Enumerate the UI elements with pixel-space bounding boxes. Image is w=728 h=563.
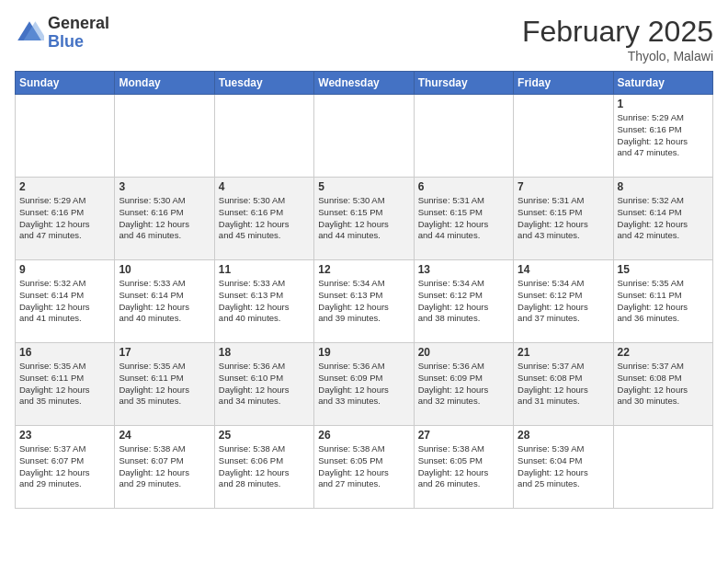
day-cell: 8Sunrise: 5:32 AM Sunset: 6:14 PM Daylig… <box>613 178 712 260</box>
day-cell: 16Sunrise: 5:35 AM Sunset: 6:11 PM Dayli… <box>16 343 115 426</box>
day-info: Sunrise: 5:30 AM Sunset: 6:16 PM Dayligh… <box>119 195 210 242</box>
day-cell: 5Sunrise: 5:30 AM Sunset: 6:15 PM Daylig… <box>314 178 414 260</box>
day-number: 3 <box>119 180 210 193</box>
weekday-tuesday: Tuesday <box>214 72 313 95</box>
day-info: Sunrise: 5:31 AM Sunset: 6:15 PM Dayligh… <box>518 195 609 242</box>
day-info: Sunrise: 5:33 AM Sunset: 6:13 PM Dayligh… <box>219 278 310 325</box>
weekday-wednesday: Wednesday <box>314 72 414 95</box>
day-cell: 18Sunrise: 5:36 AM Sunset: 6:10 PM Dayli… <box>214 343 313 426</box>
day-cell: 7Sunrise: 5:31 AM Sunset: 6:15 PM Daylig… <box>514 178 613 260</box>
location: Thyolo, Malawi <box>522 49 713 63</box>
day-info: Sunrise: 5:32 AM Sunset: 6:14 PM Dayligh… <box>19 278 110 325</box>
day-info: Sunrise: 5:37 AM Sunset: 6:08 PM Dayligh… <box>618 361 709 408</box>
day-number: 6 <box>418 180 509 193</box>
week-row-1: 2Sunrise: 5:29 AM Sunset: 6:16 PM Daylig… <box>16 178 713 260</box>
day-info: Sunrise: 5:36 AM Sunset: 6:09 PM Dayligh… <box>318 361 409 408</box>
day-number: 8 <box>618 180 709 193</box>
day-info: Sunrise: 5:37 AM Sunset: 6:08 PM Dayligh… <box>518 361 609 408</box>
day-info: Sunrise: 5:34 AM Sunset: 6:12 PM Dayligh… <box>418 278 509 325</box>
day-info: Sunrise: 5:38 AM Sunset: 6:07 PM Dayligh… <box>119 443 210 490</box>
day-cell: 10Sunrise: 5:33 AM Sunset: 6:14 PM Dayli… <box>115 260 214 343</box>
day-number: 28 <box>518 429 609 442</box>
weekday-header-row: SundayMondayTuesdayWednesdayThursdayFrid… <box>16 72 713 95</box>
day-info: Sunrise: 5:32 AM Sunset: 6:14 PM Dayligh… <box>618 195 709 242</box>
week-row-0: 1Sunrise: 5:29 AM Sunset: 6:16 PM Daylig… <box>16 95 713 178</box>
day-cell: 19Sunrise: 5:36 AM Sunset: 6:09 PM Dayli… <box>314 343 414 426</box>
day-cell: 2Sunrise: 5:29 AM Sunset: 6:16 PM Daylig… <box>16 178 115 260</box>
day-cell: 3Sunrise: 5:30 AM Sunset: 6:16 PM Daylig… <box>115 178 214 260</box>
day-info: Sunrise: 5:34 AM Sunset: 6:12 PM Dayligh… <box>518 278 609 325</box>
day-number: 17 <box>119 346 210 359</box>
day-info: Sunrise: 5:38 AM Sunset: 6:06 PM Dayligh… <box>219 443 310 490</box>
day-cell: 26Sunrise: 5:38 AM Sunset: 6:05 PM Dayli… <box>314 426 414 509</box>
day-cell: 1Sunrise: 5:29 AM Sunset: 6:16 PM Daylig… <box>613 95 712 178</box>
day-info: Sunrise: 5:36 AM Sunset: 6:10 PM Dayligh… <box>219 361 310 408</box>
day-cell: 13Sunrise: 5:34 AM Sunset: 6:12 PM Dayli… <box>414 260 513 343</box>
day-info: Sunrise: 5:29 AM Sunset: 6:16 PM Dayligh… <box>618 112 709 159</box>
weekday-sunday: Sunday <box>16 72 115 95</box>
day-number: 14 <box>518 263 609 276</box>
day-number: 11 <box>219 263 310 276</box>
day-info: Sunrise: 5:37 AM Sunset: 6:07 PM Dayligh… <box>19 443 110 490</box>
day-info: Sunrise: 5:36 AM Sunset: 6:09 PM Dayligh… <box>418 361 509 408</box>
day-number: 19 <box>318 346 409 359</box>
weekday-friday: Friday <box>514 72 613 95</box>
day-cell: 17Sunrise: 5:35 AM Sunset: 6:11 PM Dayli… <box>115 343 214 426</box>
day-cell: 23Sunrise: 5:37 AM Sunset: 6:07 PM Dayli… <box>16 426 115 509</box>
day-cell: 25Sunrise: 5:38 AM Sunset: 6:06 PM Dayli… <box>214 426 313 509</box>
day-cell <box>514 95 613 178</box>
day-number: 26 <box>318 429 409 442</box>
day-cell <box>16 95 115 178</box>
week-row-3: 16Sunrise: 5:35 AM Sunset: 6:11 PM Dayli… <box>16 343 713 426</box>
day-info: Sunrise: 5:39 AM Sunset: 6:04 PM Dayligh… <box>518 443 609 490</box>
day-number: 13 <box>418 263 509 276</box>
day-number: 12 <box>318 263 409 276</box>
day-number: 18 <box>219 346 310 359</box>
month-title: February 2025 <box>522 15 713 49</box>
day-cell: 24Sunrise: 5:38 AM Sunset: 6:07 PM Dayli… <box>115 426 214 509</box>
day-cell: 9Sunrise: 5:32 AM Sunset: 6:14 PM Daylig… <box>16 260 115 343</box>
day-cell: 15Sunrise: 5:35 AM Sunset: 6:11 PM Dayli… <box>613 260 712 343</box>
title-block: February 2025 Thyolo, Malawi <box>522 15 713 63</box>
day-info: Sunrise: 5:34 AM Sunset: 6:13 PM Dayligh… <box>318 278 409 325</box>
day-info: Sunrise: 5:30 AM Sunset: 6:15 PM Dayligh… <box>318 195 409 242</box>
day-cell: 22Sunrise: 5:37 AM Sunset: 6:08 PM Dayli… <box>613 343 712 426</box>
calendar-body: 1Sunrise: 5:29 AM Sunset: 6:16 PM Daylig… <box>16 95 713 509</box>
weekday-thursday: Thursday <box>414 72 513 95</box>
day-cell: 28Sunrise: 5:39 AM Sunset: 6:04 PM Dayli… <box>514 426 613 509</box>
day-number: 22 <box>618 346 709 359</box>
day-info: Sunrise: 5:35 AM Sunset: 6:11 PM Dayligh… <box>119 361 210 408</box>
day-info: Sunrise: 5:35 AM Sunset: 6:11 PM Dayligh… <box>618 278 709 325</box>
day-cell <box>314 95 414 178</box>
day-info: Sunrise: 5:38 AM Sunset: 6:05 PM Dayligh… <box>418 443 509 490</box>
day-info: Sunrise: 5:38 AM Sunset: 6:05 PM Dayligh… <box>318 443 409 490</box>
weekday-monday: Monday <box>115 72 214 95</box>
calendar: SundayMondayTuesdayWednesdayThursdayFrid… <box>15 71 713 509</box>
day-number: 2 <box>19 180 110 193</box>
day-cell <box>414 95 513 178</box>
day-number: 25 <box>219 429 310 442</box>
day-info: Sunrise: 5:33 AM Sunset: 6:14 PM Dayligh… <box>119 278 210 325</box>
day-number: 21 <box>518 346 609 359</box>
calendar-header: SundayMondayTuesdayWednesdayThursdayFrid… <box>16 72 713 95</box>
logo-blue: Blue <box>48 33 109 52</box>
day-info: Sunrise: 5:31 AM Sunset: 6:15 PM Dayligh… <box>418 195 509 242</box>
day-number: 5 <box>318 180 409 193</box>
day-number: 7 <box>518 180 609 193</box>
day-cell: 20Sunrise: 5:36 AM Sunset: 6:09 PM Dayli… <box>414 343 513 426</box>
day-cell: 12Sunrise: 5:34 AM Sunset: 6:13 PM Dayli… <box>314 260 414 343</box>
day-number: 15 <box>618 263 709 276</box>
day-number: 1 <box>618 98 709 110</box>
day-info: Sunrise: 5:29 AM Sunset: 6:16 PM Dayligh… <box>19 195 110 242</box>
day-number: 20 <box>418 346 509 359</box>
day-number: 16 <box>19 346 110 359</box>
day-info: Sunrise: 5:30 AM Sunset: 6:16 PM Dayligh… <box>219 195 310 242</box>
day-cell: 27Sunrise: 5:38 AM Sunset: 6:05 PM Dayli… <box>414 426 513 509</box>
week-row-2: 9Sunrise: 5:32 AM Sunset: 6:14 PM Daylig… <box>16 260 713 343</box>
day-info: Sunrise: 5:35 AM Sunset: 6:11 PM Dayligh… <box>19 361 110 408</box>
page-header: General Blue February 2025 Thyolo, Malaw… <box>15 15 713 63</box>
day-number: 4 <box>219 180 310 193</box>
day-cell <box>214 95 313 178</box>
day-cell: 11Sunrise: 5:33 AM Sunset: 6:13 PM Dayli… <box>214 260 313 343</box>
day-cell: 14Sunrise: 5:34 AM Sunset: 6:12 PM Dayli… <box>514 260 613 343</box>
